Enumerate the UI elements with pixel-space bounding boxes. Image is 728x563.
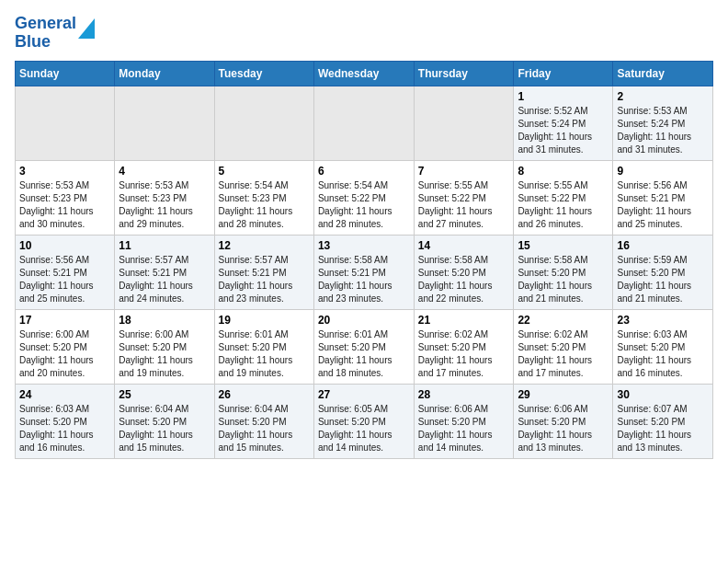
day-cell: 5Sunrise: 5:54 AM Sunset: 5:23 PM Daylig…	[214, 160, 313, 235]
day-number: 30	[617, 388, 709, 401]
day-cell: 23Sunrise: 6:03 AM Sunset: 5:20 PM Dayli…	[613, 309, 713, 384]
day-number: 5	[219, 165, 310, 178]
week-row-3: 10Sunrise: 5:56 AM Sunset: 5:21 PM Dayli…	[16, 235, 713, 309]
day-info: Sunrise: 6:02 AM Sunset: 5:20 PM Dayligh…	[418, 328, 510, 380]
day-cell: 22Sunrise: 6:02 AM Sunset: 5:20 PM Dayli…	[514, 309, 613, 384]
day-number: 8	[518, 165, 609, 178]
day-cell: 19Sunrise: 6:01 AM Sunset: 5:20 PM Dayli…	[214, 309, 313, 384]
day-info: Sunrise: 6:06 AM Sunset: 5:20 PM Dayligh…	[518, 403, 609, 454]
day-number: 20	[318, 314, 410, 327]
day-number: 7	[418, 165, 510, 178]
day-cell: 4Sunrise: 5:53 AM Sunset: 5:23 PM Daylig…	[115, 160, 214, 235]
day-number: 25	[119, 388, 210, 401]
day-number: 12	[219, 239, 310, 252]
logo-text: General Blue	[15, 15, 76, 52]
day-info: Sunrise: 5:56 AM Sunset: 5:21 PM Dayligh…	[19, 254, 110, 305]
day-info: Sunrise: 5:58 AM Sunset: 5:21 PM Dayligh…	[318, 254, 410, 305]
day-info: Sunrise: 5:58 AM Sunset: 5:20 PM Dayligh…	[418, 254, 510, 305]
day-cell	[414, 86, 514, 160]
day-info: Sunrise: 6:04 AM Sunset: 5:20 PM Dayligh…	[219, 403, 310, 454]
day-number: 9	[617, 165, 709, 178]
day-cell: 24Sunrise: 6:03 AM Sunset: 5:20 PM Dayli…	[16, 384, 115, 458]
day-number: 3	[19, 165, 110, 178]
day-info: Sunrise: 6:03 AM Sunset: 5:20 PM Dayligh…	[617, 328, 709, 380]
day-cell	[115, 86, 214, 160]
day-info: Sunrise: 5:56 AM Sunset: 5:21 PM Dayligh…	[617, 179, 709, 231]
day-number: 11	[119, 239, 210, 252]
header-cell-thursday: Thursday	[414, 61, 514, 86]
day-cell: 10Sunrise: 5:56 AM Sunset: 5:21 PM Dayli…	[16, 235, 115, 309]
day-number: 23	[617, 314, 709, 327]
day-cell: 17Sunrise: 6:00 AM Sunset: 5:20 PM Dayli…	[16, 309, 115, 384]
day-info: Sunrise: 5:55 AM Sunset: 5:22 PM Dayligh…	[518, 179, 609, 231]
day-info: Sunrise: 5:55 AM Sunset: 5:22 PM Dayligh…	[418, 179, 510, 231]
header-cell-monday: Monday	[115, 61, 214, 86]
day-cell: 27Sunrise: 6:05 AM Sunset: 5:20 PM Dayli…	[313, 384, 414, 458]
day-cell: 30Sunrise: 6:07 AM Sunset: 5:20 PM Dayli…	[613, 384, 713, 458]
day-cell: 9Sunrise: 5:56 AM Sunset: 5:21 PM Daylig…	[613, 160, 713, 235]
day-cell: 13Sunrise: 5:58 AM Sunset: 5:21 PM Dayli…	[313, 235, 414, 309]
week-row-4: 17Sunrise: 6:00 AM Sunset: 5:20 PM Dayli…	[16, 309, 713, 384]
day-number: 22	[518, 314, 609, 327]
day-info: Sunrise: 5:57 AM Sunset: 5:21 PM Dayligh…	[119, 254, 210, 305]
day-number: 15	[518, 239, 609, 252]
day-info: Sunrise: 6:07 AM Sunset: 5:20 PM Dayligh…	[617, 403, 709, 454]
day-cell: 18Sunrise: 6:00 AM Sunset: 5:20 PM Dayli…	[115, 309, 214, 384]
day-info: Sunrise: 6:03 AM Sunset: 5:20 PM Dayligh…	[19, 403, 110, 454]
day-cell: 12Sunrise: 5:57 AM Sunset: 5:21 PM Dayli…	[214, 235, 313, 309]
day-cell	[313, 86, 414, 160]
day-number: 18	[119, 314, 210, 327]
day-cell	[16, 86, 115, 160]
calendar-table: SundayMondayTuesdayWednesdayThursdayFrid…	[15, 61, 713, 459]
day-cell	[214, 86, 313, 160]
day-info: Sunrise: 5:53 AM Sunset: 5:23 PM Dayligh…	[119, 179, 210, 231]
header-cell-wednesday: Wednesday	[313, 61, 414, 86]
day-info: Sunrise: 6:04 AM Sunset: 5:20 PM Dayligh…	[119, 403, 210, 454]
day-cell: 14Sunrise: 5:58 AM Sunset: 5:20 PM Dayli…	[414, 235, 514, 309]
day-number: 14	[418, 239, 510, 252]
week-row-2: 3Sunrise: 5:53 AM Sunset: 5:23 PM Daylig…	[16, 160, 713, 235]
day-cell: 3Sunrise: 5:53 AM Sunset: 5:23 PM Daylig…	[16, 160, 115, 235]
day-cell: 6Sunrise: 5:54 AM Sunset: 5:22 PM Daylig…	[313, 160, 414, 235]
day-number: 26	[219, 388, 310, 401]
header-row: SundayMondayTuesdayWednesdayThursdayFrid…	[16, 61, 713, 86]
day-info: Sunrise: 5:59 AM Sunset: 5:20 PM Dayligh…	[617, 254, 709, 305]
week-row-5: 24Sunrise: 6:03 AM Sunset: 5:20 PM Dayli…	[16, 384, 713, 458]
day-cell: 7Sunrise: 5:55 AM Sunset: 5:22 PM Daylig…	[414, 160, 514, 235]
logo: General Blue	[15, 15, 95, 52]
day-cell: 28Sunrise: 6:06 AM Sunset: 5:20 PM Dayli…	[414, 384, 514, 458]
day-cell: 29Sunrise: 6:06 AM Sunset: 5:20 PM Dayli…	[514, 384, 613, 458]
day-cell: 2Sunrise: 5:53 AM Sunset: 5:24 PM Daylig…	[613, 86, 713, 160]
day-info: Sunrise: 6:06 AM Sunset: 5:20 PM Dayligh…	[418, 403, 510, 454]
day-info: Sunrise: 5:54 AM Sunset: 5:22 PM Dayligh…	[318, 179, 410, 231]
day-number: 6	[318, 165, 410, 178]
day-info: Sunrise: 6:00 AM Sunset: 5:20 PM Dayligh…	[119, 328, 210, 380]
day-cell: 8Sunrise: 5:55 AM Sunset: 5:22 PM Daylig…	[514, 160, 613, 235]
day-cell: 25Sunrise: 6:04 AM Sunset: 5:20 PM Dayli…	[115, 384, 214, 458]
day-cell: 26Sunrise: 6:04 AM Sunset: 5:20 PM Dayli…	[214, 384, 313, 458]
day-info: Sunrise: 6:05 AM Sunset: 5:20 PM Dayligh…	[318, 403, 410, 454]
day-number: 21	[418, 314, 510, 327]
day-cell: 1Sunrise: 5:52 AM Sunset: 5:24 PM Daylig…	[514, 86, 613, 160]
logo-icon	[78, 18, 95, 39]
day-number: 1	[518, 90, 609, 103]
day-info: Sunrise: 5:58 AM Sunset: 5:20 PM Dayligh…	[518, 254, 609, 305]
day-info: Sunrise: 6:02 AM Sunset: 5:20 PM Dayligh…	[518, 328, 609, 380]
svg-marker-0	[78, 18, 95, 39]
day-number: 27	[318, 388, 410, 401]
day-number: 13	[318, 239, 410, 252]
week-row-1: 1Sunrise: 5:52 AM Sunset: 5:24 PM Daylig…	[16, 86, 713, 160]
day-info: Sunrise: 5:53 AM Sunset: 5:23 PM Dayligh…	[19, 179, 110, 231]
page-header: General Blue	[15, 15, 713, 52]
header-cell-tuesday: Tuesday	[214, 61, 313, 86]
day-number: 17	[19, 314, 110, 327]
day-cell: 11Sunrise: 5:57 AM Sunset: 5:21 PM Dayli…	[115, 235, 214, 309]
header-cell-saturday: Saturday	[613, 61, 713, 86]
day-info: Sunrise: 5:52 AM Sunset: 5:24 PM Dayligh…	[518, 105, 609, 156]
day-number: 19	[219, 314, 310, 327]
day-cell: 15Sunrise: 5:58 AM Sunset: 5:20 PM Dayli…	[514, 235, 613, 309]
day-number: 29	[518, 388, 609, 401]
header-cell-friday: Friday	[514, 61, 613, 86]
day-number: 16	[617, 239, 709, 252]
day-info: Sunrise: 5:53 AM Sunset: 5:24 PM Dayligh…	[617, 105, 709, 156]
